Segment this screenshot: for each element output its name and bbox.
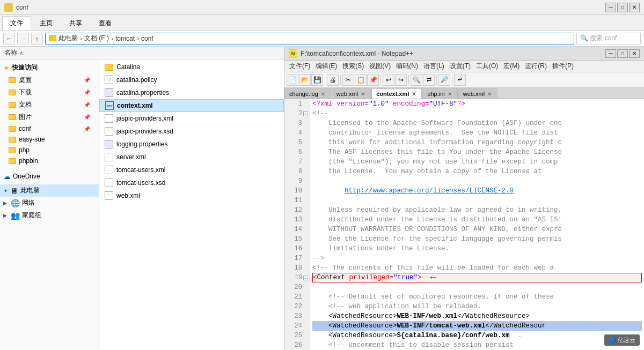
tab-contextxml[interactable]: context.xml ✕ — [371, 88, 422, 99]
expand-arrow-computer: ▼ — [3, 188, 9, 193]
tab-home[interactable]: 主页 — [32, 16, 61, 30]
menu-search[interactable]: 搜索(S) — [340, 61, 367, 71]
tab-changelog-close[interactable]: ✕ — [320, 91, 326, 97]
tool-open[interactable]: 📂 — [299, 74, 311, 86]
tab-phpini[interactable]: php.ini ✕ — [422, 88, 457, 99]
np-close-btn[interactable]: ✕ — [629, 49, 640, 58]
tab-phpini-close[interactable]: ✕ — [447, 91, 453, 97]
menu-plugin[interactable]: 插件(P) — [550, 61, 576, 71]
tab-file[interactable]: 文件 — [2, 16, 31, 30]
tree-item-php[interactable]: php — [0, 145, 99, 155]
list-item-context[interactable]: xml context.xml — [99, 99, 284, 112]
np-min-btn[interactable]: ─ — [605, 49, 616, 58]
tool-redo[interactable]: ↪ — [395, 74, 407, 86]
list-item-logging[interactable]: logging.properties — [99, 138, 284, 151]
folder-icon-phpbin — [9, 158, 16, 164]
pin-icon-docs: 📌 — [84, 102, 90, 108]
list-item-jaspic1[interactable]: jaspic-providers.xml — [99, 112, 284, 125]
tree-item-easy[interactable]: easy-sue — [0, 134, 99, 145]
folder-icon-pics — [9, 114, 16, 120]
list-item-webxml[interactable]: web.xml — [99, 189, 284, 202]
close-button[interactable]: ✕ — [629, 3, 640, 12]
address-path[interactable]: 此电脑 › 文档 (F:) › tomcat › conf — [45, 33, 574, 44]
menu-view[interactable]: 视图(V) — [367, 61, 393, 71]
tree-item-network[interactable]: ▶ 🌐 网络 — [0, 197, 99, 209]
tree-item-phpbin[interactable]: phpbin — [0, 155, 99, 166]
tool-copy[interactable]: 📋 — [355, 74, 367, 86]
tree-item-conf[interactable]: conf 📌 — [0, 123, 99, 134]
tool-paste[interactable]: 📌 — [367, 74, 379, 86]
onedrive-label: OneDrive — [13, 173, 40, 180]
menu-edit[interactable]: 编辑(E) — [313, 61, 340, 71]
list-item-catalina[interactable]: Catalina — [99, 61, 284, 73]
tool-save[interactable]: 💾 — [311, 74, 323, 86]
tab-view[interactable]: 查看 — [91, 16, 120, 30]
fold-19[interactable]: - — [303, 275, 308, 280]
main-content: 名称 ∧ ★ 快速访问 桌面 📌 — [0, 47, 644, 350]
title-buttons: ─ □ ✕ — [605, 3, 640, 12]
tool-print[interactable]: 🖨 — [327, 74, 339, 86]
list-item-tomcatusers[interactable]: tomcat-users.xml — [99, 163, 284, 176]
editor-area[interactable]: 1 2- 3 4 5 6 7 8 9 10 11 12 13 14 15 16 — [284, 99, 644, 350]
address-bar: ← → ↑ 此电脑 › 文档 (F:) › tomcat › conf 🔍 搜索… — [0, 31, 644, 47]
network-icon: 🌐 — [11, 199, 20, 207]
tool-new[interactable]: 📄 — [287, 74, 298, 86]
code-content[interactable]: <?xml version="1.0" encoding="UTF-8"?> <… — [310, 99, 644, 350]
menu-macro[interactable]: 宏(M) — [501, 61, 522, 71]
search-box[interactable]: 🔍 搜索 conf — [576, 33, 641, 44]
tree-item-docs[interactable]: 文档 📌 — [0, 99, 99, 111]
tab-webxml2[interactable]: web.xml ✕ — [458, 88, 497, 99]
tab-contextxml-close[interactable]: ✕ — [411, 91, 417, 97]
forward-button[interactable]: → — [17, 33, 29, 44]
gutter-11: 11 — [284, 196, 310, 205]
props-icon-log — [105, 140, 113, 148]
minimize-button[interactable]: ─ — [605, 3, 616, 12]
code-line-19: <Context privileged="true"> ← — [312, 273, 642, 282]
tree-item-homegroup[interactable]: ▶ 👥 家庭组 — [0, 209, 99, 221]
tool-cut[interactable]: ✂ — [342, 74, 354, 86]
tool-replace[interactable]: ⇄ — [423, 74, 435, 86]
menu-lang[interactable]: 语言(L) — [421, 61, 447, 71]
fold-2[interactable]: - — [303, 111, 308, 116]
sort-arrow: ∧ — [19, 50, 23, 56]
list-item-policy[interactable]: 📄 catalina.policy — [99, 73, 284, 86]
tool-zoom-in[interactable]: 🔎 — [438, 74, 450, 86]
tool-find[interactable]: 🔍 — [411, 74, 422, 86]
list-item-catprops[interactable]: catalina.properties — [99, 86, 284, 99]
list-item-server[interactable]: server.xml — [99, 151, 284, 163]
back-button[interactable]: ← — [3, 33, 15, 44]
menu-tools[interactable]: 工具(O) — [473, 61, 501, 71]
list-item-tomcatxsd[interactable]: tomcat-users.xsd — [99, 176, 284, 189]
xsd-icon-tomcat — [105, 178, 113, 187]
tool-wrap[interactable]: ↵ — [454, 74, 466, 86]
tab-changelog[interactable]: change.log ✕ — [284, 88, 331, 99]
gutter-25: 25 — [284, 331, 310, 340]
tree-item-pictures[interactable]: 图片 📌 — [0, 111, 99, 123]
menu-settings[interactable]: 设置(T) — [447, 61, 473, 71]
quick-access-label: 快速访问 — [12, 63, 38, 72]
up-button[interactable]: ↑ — [31, 33, 43, 44]
tree-item-computer[interactable]: ▼ 🖥 此电脑 — [0, 184, 99, 197]
tab-share[interactable]: 共享 — [61, 16, 90, 30]
tree-item-downloads[interactable]: 下载 📌 — [0, 86, 99, 99]
tab-changelog-label: change.log — [289, 91, 318, 97]
menu-run[interactable]: 运行(R) — [522, 61, 550, 71]
maximize-button[interactable]: □ — [617, 3, 628, 12]
path-icon — [49, 35, 56, 41]
ribbon-tabs: 文件 主页 共享 查看 — [0, 15, 644, 31]
menu-encode[interactable]: 编码(N) — [393, 61, 421, 71]
tab-webxml2-close[interactable]: ✕ — [486, 91, 493, 97]
list-item-jaspic2[interactable]: jaspic-providers.xsd — [99, 125, 284, 138]
folder-icon-conf — [9, 126, 16, 132]
np-max-btn[interactable]: □ — [617, 49, 628, 58]
tree-item-desktop[interactable]: 桌面 📌 — [0, 74, 99, 86]
menu-file[interactable]: 文件(F) — [287, 61, 313, 71]
code-line-6: The ASF licenses this file to You under … — [312, 147, 642, 157]
tool-undo[interactable]: ↩ — [383, 74, 394, 86]
tab-webxml1-close[interactable]: ✕ — [360, 91, 366, 97]
tab-webxml1[interactable]: web.xml ✕ — [332, 88, 371, 99]
pin-icon: 📌 — [84, 77, 90, 83]
tree-item-onedrive[interactable]: ☁ OneDrive — [0, 170, 99, 182]
tool-sep5 — [436, 75, 437, 85]
gutter-22: 22 — [284, 302, 310, 311]
